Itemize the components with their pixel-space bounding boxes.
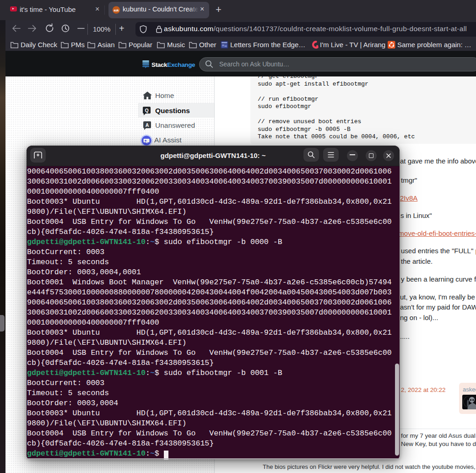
svg-text:Q: Q <box>145 108 148 113</box>
svg-text:ask: ask <box>114 9 119 12</box>
svg-text:A: A <box>146 122 149 128</box>
